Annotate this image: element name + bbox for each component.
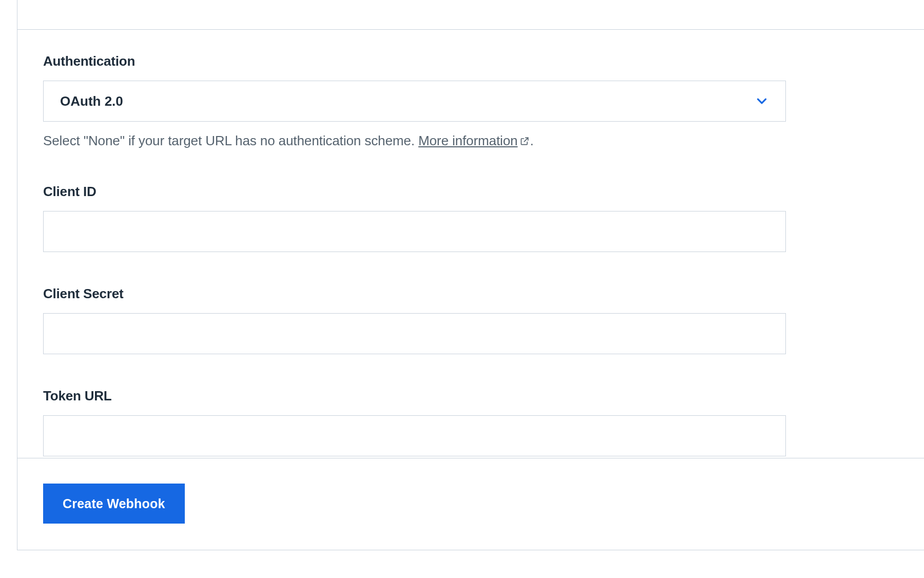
authentication-select[interactable]: OAuth 2.0: [43, 81, 786, 122]
create-webhook-button[interactable]: Create Webhook: [43, 484, 185, 524]
client-id-input[interactable]: [43, 211, 786, 252]
client-secret-input[interactable]: [43, 313, 786, 354]
authentication-label: Authentication: [43, 53, 808, 69]
external-link-icon: [519, 134, 530, 150]
spacer: [43, 150, 808, 184]
form-body: Authentication OAuth 2.0 Select "None" i…: [43, 53, 808, 456]
token-url-input[interactable]: [43, 415, 786, 456]
field-client-id: Client ID: [43, 184, 808, 252]
form-footer: Create Webhook: [43, 484, 185, 524]
client-id-label: Client ID: [43, 184, 808, 200]
spacer: [43, 354, 808, 388]
authentication-helptext: Select "None" if your target URL has no …: [43, 133, 808, 150]
chevron-down-icon: [755, 94, 769, 108]
divider-top: [17, 29, 924, 30]
helptext-prefix: Select "None" if your target URL has no …: [43, 133, 418, 148]
form-panel: Authentication OAuth 2.0 Select "None" i…: [17, 0, 924, 550]
spacer: [43, 252, 808, 286]
more-information-link-text: More information: [418, 133, 517, 148]
divider-bottom: [17, 458, 924, 458]
more-information-link[interactable]: More information: [418, 133, 530, 148]
authentication-select-value: OAuth 2.0: [60, 93, 123, 109]
page-root: Authentication OAuth 2.0 Select "None" i…: [0, 0, 924, 578]
field-authentication: Authentication OAuth 2.0 Select "None" i…: [43, 53, 808, 150]
client-secret-label: Client Secret: [43, 286, 808, 302]
field-client-secret: Client Secret: [43, 286, 808, 354]
helptext-suffix: .: [530, 133, 533, 148]
field-token-url: Token URL: [43, 388, 808, 456]
token-url-label: Token URL: [43, 388, 808, 404]
